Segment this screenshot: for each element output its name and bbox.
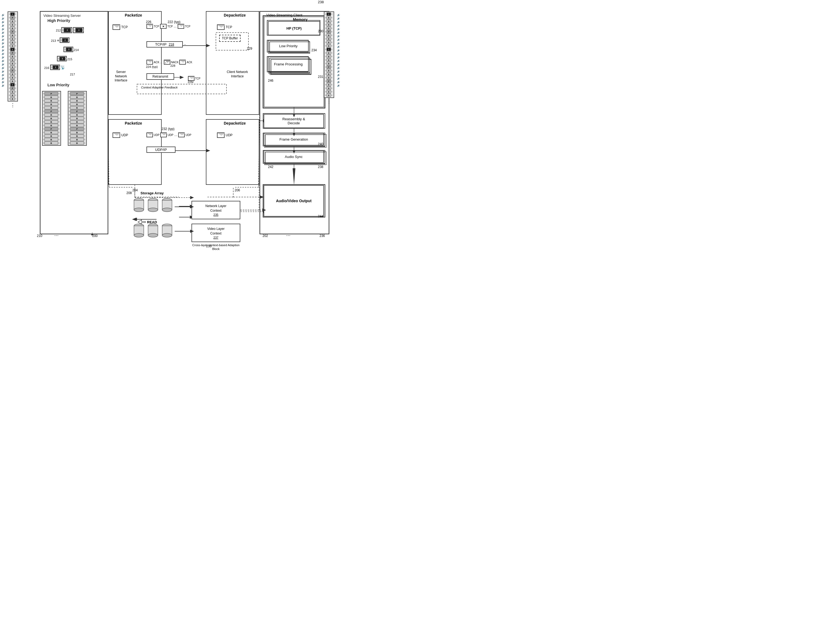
- packetize-bottom-label: Packetize: [125, 121, 142, 125]
- cylinder-2: [147, 198, 159, 212]
- ref-204: 204: [132, 189, 138, 192]
- frame-212: I I: [61, 27, 84, 33]
- ref-231: 231: [318, 75, 323, 79]
- dots-bottom-client: ⋯: [286, 233, 290, 238]
- ref-208: 208: [126, 191, 132, 195]
- tcp-row-top: TCP: [113, 24, 128, 30]
- speaker-icons-left: 🔊 🔊 🔊 🔊 🔊 🔊 🔊 🔊 🔊 🔊 🔊 🔊 🔊 🔊 🔊 🔊 🔊 🔊 🔊 🔊 …: [1, 13, 4, 87]
- tcp-packets-row: TCP ✕ TCP … TCP: [147, 24, 190, 29]
- cylinder-5: [147, 223, 159, 238]
- depacketize-bottom-label: Depacketize: [224, 121, 246, 125]
- client-title: Video Streaming Client: [266, 13, 302, 17]
- ref-226: 226: [146, 20, 151, 24]
- ref-210: 210: [37, 234, 42, 238]
- ref-238: 238: [318, 0, 324, 4]
- svg-point-51: [148, 208, 158, 212]
- frame-215: I: [57, 56, 67, 61]
- ref-240: 240: [318, 142, 323, 146]
- server-title: Video Streaming Server: [43, 13, 81, 18]
- storage-cylinders-bottom: [133, 223, 173, 238]
- ref-206: 206: [235, 189, 240, 192]
- udp-row: UDP: [113, 132, 128, 138]
- cylinder-1: [133, 198, 145, 212]
- audio-sync-box: Audio Sync: [264, 150, 324, 163]
- storage-cylinders-top: [133, 198, 173, 212]
- svg-marker-9: [206, 149, 210, 152]
- cylinder-3: [161, 198, 173, 212]
- svg-line-67: [258, 114, 259, 187]
- arrow-200: [89, 232, 95, 236]
- ref-234: 234: [311, 48, 317, 52]
- svg-marker-20: [132, 218, 136, 221]
- packetize-top-label: Packetize: [125, 13, 142, 17]
- svg-marker-90: [133, 218, 137, 221]
- tcp-buffer-label: TCP Buffer: [219, 35, 241, 42]
- server-high-priority: High Priority: [47, 18, 70, 23]
- low-priority-left: P B B B B P B B B B P B B B B: [42, 91, 61, 146]
- svg-marker-7: [206, 44, 210, 47]
- svg-point-64: [162, 233, 172, 237]
- retransmit-box: Retransmit: [147, 73, 174, 80]
- cylinder-6: [161, 223, 173, 238]
- svg-rect-4: [206, 11, 259, 114]
- frame-generation-box: Frame Generation: [264, 133, 324, 146]
- left-film-strip: I P B B B P B B B B I P B B B B P B B B …: [7, 11, 18, 108]
- ref-236: 236: [320, 234, 325, 238]
- svg-marker-45: [91, 234, 93, 236]
- tcp-retransmit: TCP: [188, 76, 200, 81]
- storage-array-label: Storage Array: [141, 191, 164, 195]
- ref-232: 232 (typ): [161, 127, 175, 131]
- ack-nack-row: ACK … ✕ NACK ACK: [147, 60, 192, 65]
- server-low-priority: Low Priority: [47, 83, 70, 87]
- udp-depacketize: UDP: [217, 132, 233, 138]
- ref-217: 217: [70, 73, 75, 76]
- frame-216: I 📡: [50, 65, 65, 70]
- ref-224: 224 (typ): [146, 65, 158, 68]
- ref-212: 212: [56, 29, 61, 32]
- udp-packets-row: UDP UDP … UDP: [147, 132, 191, 137]
- ref-244: 244: [318, 214, 323, 218]
- cylinder-4: [133, 223, 145, 238]
- cross-layer-label: Cross-layer context-based Adaption Block: [190, 243, 242, 251]
- ref-215: 215: [67, 58, 72, 61]
- ref-230: 230: [318, 29, 323, 33]
- svg-point-58: [134, 233, 144, 237]
- server-network-interface: Server NetworkInterface: [110, 70, 132, 83]
- speaker-icons-right: 🔊 🔊 🔊 🔊 🔊 🔊 🔊 🔊 🔊 🔊 🔊 🔊 🔊 🔊 🔊 🔊 🔊 🔊 🔊 🔊 …: [337, 13, 340, 87]
- client-network-interface: Client NetworkInterface: [225, 70, 249, 79]
- svg-marker-11: [180, 76, 184, 79]
- svg-marker-18: [260, 195, 264, 199]
- video-layer-context-box: Video LayerContext 237: [191, 224, 240, 242]
- frame-213: ◈ I: [57, 37, 70, 43]
- svg-marker-79: [190, 196, 194, 199]
- ref-238b: 238: [318, 165, 323, 169]
- ref-214: 214: [74, 48, 79, 52]
- svg-marker-76: [293, 168, 295, 185]
- low-priority-box: Low Priority: [268, 40, 309, 52]
- svg-point-48: [134, 208, 144, 212]
- dots-bottom-server: ⋯: [54, 233, 59, 238]
- tcp-depacketize: TCP: [217, 24, 232, 30]
- network-layer-context-box: Network LayerContext 235: [191, 201, 240, 219]
- svg-rect-5: [206, 119, 259, 184]
- depacketize-top-label: Depacketize: [224, 13, 246, 17]
- audio-video-output-box: Audio/Video Output: [264, 185, 324, 217]
- udp-ip-box: UDP/IP: [147, 147, 175, 153]
- ref-228: 228: [170, 64, 175, 67]
- low-priority-right: P B B B B P B B B B P B B B B: [68, 91, 87, 146]
- diagram: I P B B B P B B B B I P B B B B P B B B …: [0, 0, 342, 252]
- ref-229: 229: [247, 47, 252, 51]
- frame-214: I: [64, 47, 73, 52]
- right-film-strip: I B B B B P B B B B I B B B B P B B B P …: [324, 11, 334, 104]
- ref-242: 242: [268, 165, 273, 169]
- svg-point-54: [162, 208, 172, 212]
- ref-246: 246: [268, 79, 273, 83]
- hp-tcp-box: HP (TCP): [268, 21, 320, 35]
- ref-235-label: 235: [206, 244, 212, 248]
- frame-processing-box: Frame Processing: [268, 56, 309, 72]
- tcp-ip-box: TCP/IP 218 →: [147, 41, 186, 48]
- svg-line-65: [108, 114, 109, 187]
- reassembly-box: Reassembly &Decode: [264, 114, 324, 128]
- ref-222: 222 (typ): [167, 20, 180, 24]
- ref-216: 216: [44, 66, 49, 70]
